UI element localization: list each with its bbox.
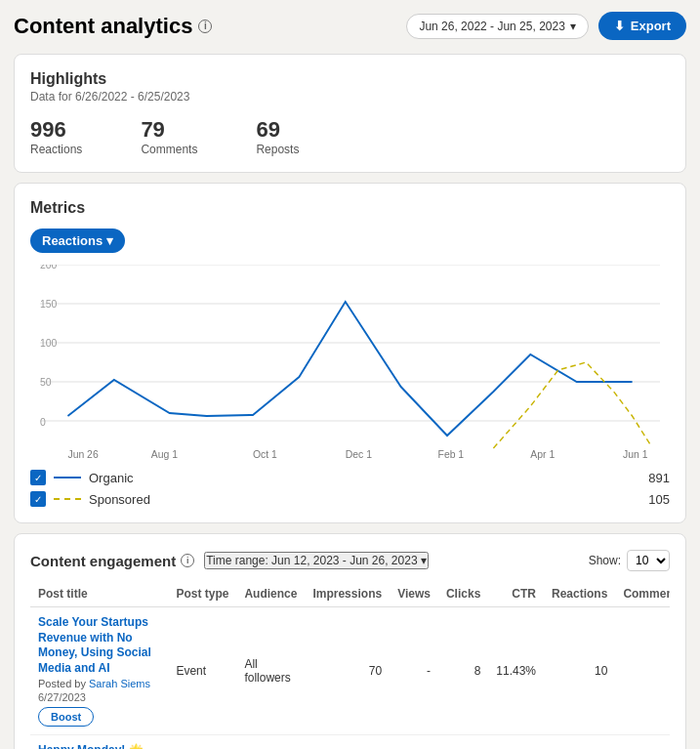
impressions-cell: 70 (305, 607, 390, 735)
chevron-down-icon: ▾ (570, 20, 576, 33)
chart-legend: ✓ Organic 891 ✓ Sponsored 105 (30, 470, 670, 507)
post-author-link[interactable]: Sarah Siems (89, 678, 150, 689)
post-date: 6/27/2023 (38, 691, 160, 703)
post-type-cell: Poll (168, 735, 236, 749)
comments-cell: 0 (615, 735, 670, 749)
sponsored-line-icon (54, 498, 81, 500)
content-engagement-card: Content engagement i Time range: Jun 12,… (14, 533, 686, 749)
page-header: Content analytics i Jun 26, 2022 - Jun 2… (14, 12, 686, 40)
metrics-card: Metrics Reactions ▾ 200 150 100 50 0 (14, 183, 686, 523)
svg-text:Feb 1: Feb 1 (438, 448, 465, 460)
time-range-text: Time range: Jun 12, 2023 - Jun 26, 2023 (206, 554, 417, 567)
post-title-text[interactable]: Scale Your Startups Revenue with No Mone… (38, 615, 160, 676)
svg-text:50: 50 (40, 376, 52, 388)
boost-button[interactable]: Boost (38, 707, 94, 727)
stat-reposts: 69 Reposts (256, 117, 299, 156)
highlights-stats: 996 Reactions 79 Comments 69 Reposts (30, 117, 670, 156)
show-select[interactable]: 10 25 50 (627, 550, 670, 571)
show-control: Show: 10 25 50 (589, 550, 670, 571)
ctr-cell: 11.43% (488, 607, 544, 735)
highlights-card: Highlights Data for 6/26/2022 - 6/25/202… (14, 54, 686, 173)
stat-comments-value: 79 (141, 117, 197, 143)
post-title-cell: Happy Monday! 🌟 This week we want to kno… (30, 735, 168, 749)
date-range-picker[interactable]: Jun 26, 2022 - Jun 25, 2023 ▾ (406, 14, 588, 39)
col-audience: Audience (236, 581, 305, 607)
highlights-date: Data for 6/26/2022 - 6/25/2023 (30, 90, 670, 104)
col-ctr: CTR (488, 581, 544, 607)
audience-cell: All followers (236, 735, 305, 749)
chevron-down-icon: ▾ (106, 233, 113, 248)
organic-label: Organic (89, 471, 134, 485)
organic-count: 891 (648, 471, 670, 485)
svg-text:200: 200 (40, 265, 57, 270)
header-controls: Jun 26, 2022 - Jun 25, 2023 ▾ ⬇ Export (406, 12, 686, 40)
svg-text:150: 150 (40, 298, 57, 310)
svg-text:0: 0 (40, 416, 46, 428)
post-author: Posted by Sarah Siems (38, 678, 160, 689)
engagement-title-text: Content engagement (30, 553, 176, 569)
col-comments: Comments (615, 581, 670, 607)
stat-reposts-label: Reposts (256, 143, 299, 156)
comments-cell: 0 (615, 607, 670, 735)
organic-checkbox[interactable]: ✓ (30, 470, 46, 485)
col-impressions: Impressions (305, 581, 390, 607)
download-icon: ⬇ (614, 19, 625, 33)
sponsored-label: Sponsored (89, 492, 150, 507)
reactions-cell: 3 (544, 735, 615, 749)
ctr-cell: 2.87% (488, 735, 544, 749)
engagement-info-icon[interactable]: i (181, 554, 194, 567)
stat-reactions-label: Reactions (30, 143, 82, 156)
export-label: Export (631, 19, 671, 33)
reactions-cell: 10 (544, 607, 615, 735)
metrics-title: Metrics (30, 199, 670, 217)
col-reactions: Reactions (544, 581, 615, 607)
engagement-title: Content engagement i (30, 553, 194, 569)
post-title-text[interactable]: Happy Monday! 🌟 This week we want to kno… (38, 743, 160, 749)
impressions-cell: 383 (305, 735, 390, 749)
clicks-cell: 8 (438, 607, 488, 735)
organic-line-icon (54, 477, 81, 479)
chart-svg: 200 150 100 50 0 Jun 26 Aug 1 Oct 1 Dec … (40, 265, 660, 460)
col-clicks: Clicks (438, 581, 488, 607)
page-title: Content analytics i (14, 14, 212, 39)
svg-text:100: 100 (40, 337, 57, 349)
reactions-filter-button[interactable]: Reactions ▾ (30, 229, 125, 253)
highlights-title: Highlights (30, 70, 670, 88)
sponsored-checkbox[interactable]: ✓ (30, 491, 46, 507)
audience-cell: All followers (236, 607, 305, 735)
info-icon[interactable]: i (198, 20, 212, 33)
stat-comments-label: Comments (141, 143, 197, 156)
stat-comments: 79 Comments (141, 117, 197, 156)
date-range-text: Jun 26, 2022 - Jun 25, 2023 (419, 20, 564, 33)
table-row: Scale Your Startups Revenue with No Mone… (30, 607, 670, 735)
post-type-cell: Event (168, 607, 236, 735)
stat-reactions-value: 996 (30, 117, 82, 143)
legend-sponsored: ✓ Sponsored 105 (30, 491, 670, 507)
svg-text:Jun 1: Jun 1 (623, 448, 648, 460)
time-range-picker[interactable]: Time range: Jun 12, 2023 - Jun 26, 2023 … (204, 552, 428, 569)
post-title-cell: Scale Your Startups Revenue with No Mone… (30, 607, 168, 735)
views-cell: - (390, 735, 438, 749)
col-post-title: Post title (30, 581, 168, 607)
export-button[interactable]: ⬇ Export (598, 12, 686, 40)
chevron-down-icon: ▾ (421, 554, 427, 567)
svg-text:Aug 1: Aug 1 (151, 448, 178, 460)
views-cell: - (390, 607, 438, 735)
sponsored-count: 105 (648, 492, 670, 507)
reactions-filter-label: Reactions (42, 233, 103, 248)
svg-text:Apr 1: Apr 1 (530, 448, 555, 460)
svg-text:Dec 1: Dec 1 (346, 448, 372, 460)
stat-reactions: 996 Reactions (30, 117, 82, 156)
table-row: Happy Monday! 🌟 This week we want to kno… (30, 735, 670, 749)
clicks-cell: 11 (438, 735, 488, 749)
table-header: Post title Post type Audience Impression… (30, 581, 670, 607)
show-label: Show: (589, 554, 621, 567)
engagement-table-element: Post title Post type Audience Impression… (30, 581, 670, 749)
col-views: Views (390, 581, 438, 607)
svg-text:Jun 26: Jun 26 (67, 448, 98, 460)
page-title-text: Content analytics (14, 14, 192, 39)
engagement-header: Content engagement i Time range: Jun 12,… (30, 550, 670, 571)
metrics-chart: 200 150 100 50 0 Jun 26 Aug 1 Oct 1 Dec … (40, 265, 660, 460)
col-post-type: Post type (168, 581, 236, 607)
stat-reposts-value: 69 (256, 117, 299, 143)
